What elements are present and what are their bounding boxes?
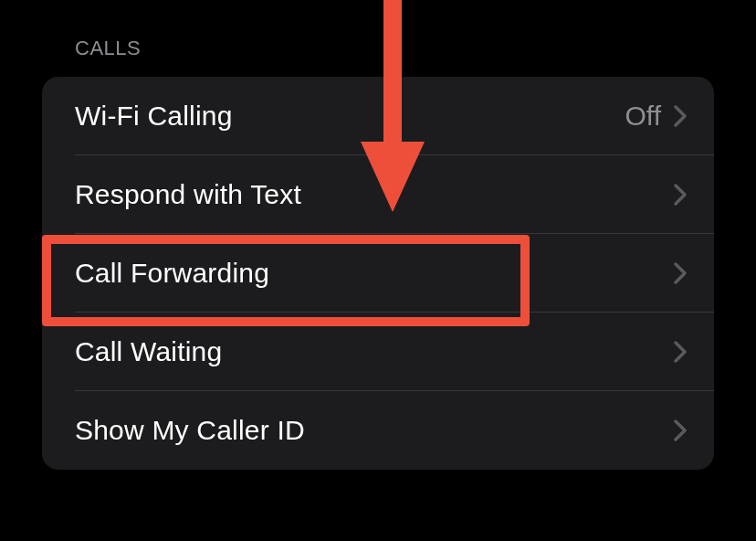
- row-wifi-calling[interactable]: Wi-Fi Calling Off: [42, 77, 714, 155]
- row-label: Show My Caller ID: [75, 415, 305, 446]
- section-header-calls: CALLS: [75, 37, 714, 60]
- row-show-my-caller-id[interactable]: Show My Caller ID: [42, 391, 714, 470]
- chevron-right-icon: [674, 184, 687, 206]
- row-right: [674, 419, 687, 441]
- row-call-forwarding[interactable]: Call Forwarding: [42, 234, 714, 313]
- row-label: Respond with Text: [75, 179, 301, 210]
- row-value: Off: [625, 101, 661, 132]
- chevron-right-icon: [674, 262, 687, 284]
- row-respond-with-text[interactable]: Respond with Text: [42, 155, 714, 234]
- row-label: Call Forwarding: [75, 258, 269, 289]
- row-right: Off: [625, 101, 687, 132]
- chevron-right-icon: [674, 105, 687, 127]
- row-label: Call Waiting: [75, 336, 222, 367]
- chevron-right-icon: [674, 341, 687, 363]
- settings-group-calls: Wi-Fi Calling Off Respond with Text: [42, 77, 714, 470]
- row-right: [674, 262, 687, 284]
- chevron-right-icon: [674, 419, 687, 441]
- row-label: Wi-Fi Calling: [75, 101, 233, 132]
- row-call-waiting[interactable]: Call Waiting: [42, 313, 714, 391]
- row-right: [674, 341, 687, 363]
- row-right: [674, 184, 687, 206]
